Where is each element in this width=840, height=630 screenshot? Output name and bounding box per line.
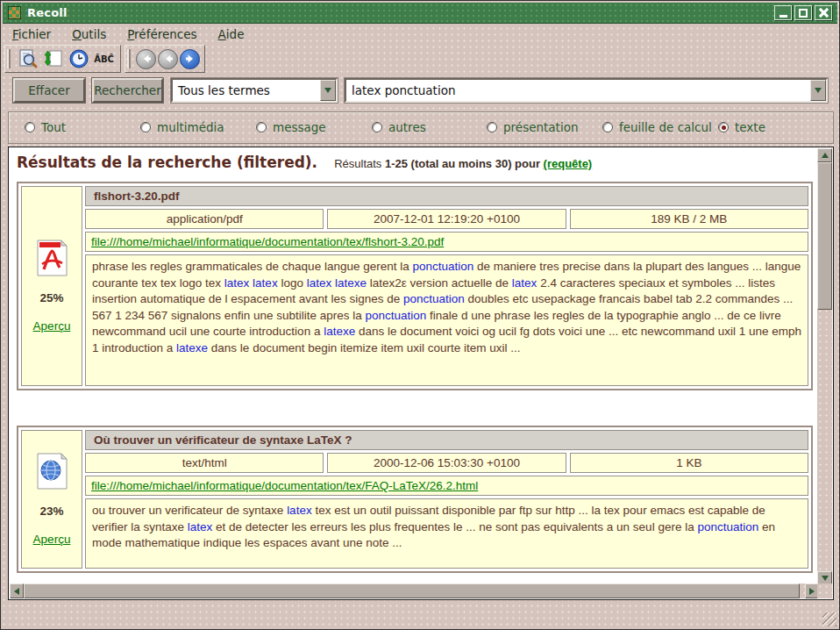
next-page-icon	[184, 53, 196, 65]
result-item: 23% Aperçu Où trouver un vérificateur de…	[17, 426, 813, 573]
close-icon	[819, 8, 829, 18]
snippet-text: logo	[278, 276, 307, 290]
combobox-dropdown-button[interactable]	[810, 80, 826, 101]
radio-icon	[140, 122, 151, 132]
vertical-scroll-thumb[interactable]	[817, 162, 832, 310]
search-mode-combobox[interactable]: Tous les termes	[171, 78, 338, 103]
result-meta-row: application/pdf 2007-12-01 12:19:20 +010…	[85, 209, 808, 229]
results-title: Résultats de la recherche (filtered).	[17, 154, 317, 171]
radio-icon	[718, 122, 729, 132]
result-details: flshort-3.20.pdf application/pdf 2007-12…	[85, 186, 808, 386]
search-button[interactable]: Rechercher	[92, 78, 163, 103]
query-link[interactable]: (requête)	[544, 157, 593, 170]
first-page-icon	[140, 53, 153, 65]
search-query-input[interactable]	[346, 80, 810, 101]
toolbar-drag-handle[interactable]	[127, 49, 131, 68]
term-explorer-button[interactable]: ÂBĈ	[92, 47, 116, 70]
document-preview-button[interactable]	[16, 47, 39, 70]
update-index-button[interactable]	[41, 47, 65, 70]
previous-page-button[interactable]	[158, 49, 178, 69]
menu-outils[interactable]: Outils	[72, 27, 106, 41]
results-area: Résultats de la recherche (filtered). Ré…	[8, 147, 834, 600]
menu-fichier[interactable]: Fichier	[12, 27, 51, 41]
highlighted-term: ponctuation	[365, 309, 426, 322]
next-page-button[interactable]	[180, 49, 200, 69]
highlighted-term: latex latex	[224, 276, 278, 290]
result-url-link[interactable]: file:///home/michael/informatique/docume…	[91, 235, 444, 248]
update-index-icon	[43, 48, 64, 69]
result-side-panel: 25% Aperçu	[21, 186, 82, 386]
filter-radio-tout[interactable]: Tout	[25, 120, 66, 134]
radio-icon	[256, 122, 267, 132]
menu-preferences[interactable]: Préférences	[127, 27, 196, 41]
result-snippet: phrase les regles grammaticales de chaqu…	[85, 254, 808, 386]
scroll-up-button[interactable]	[817, 148, 832, 162]
filter-radio-message[interactable]: message	[256, 120, 326, 134]
menu-aide[interactable]: Aide	[218, 27, 245, 41]
window-controls	[774, 5, 832, 20]
recoll-window: Recoll Fichier Outils Préférences Aide	[0, 0, 840, 630]
minimize-button[interactable]	[774, 5, 792, 20]
results-header: Résultats de la recherche (filtered). Ré…	[14, 154, 819, 171]
vertical-scrollbar[interactable]	[817, 148, 832, 585]
result-size: 1 KB	[570, 453, 808, 473]
pdf-document-icon	[35, 240, 68, 276]
maximize-button[interactable]	[794, 5, 812, 20]
titlebar[interactable]: Recoll	[3, 3, 837, 24]
previous-page-icon	[162, 53, 174, 65]
first-page-button[interactable]	[136, 49, 156, 69]
result-url-link[interactable]: file:///home/michael/informatique/docume…	[91, 479, 478, 492]
toolbar-drag-handle[interactable]	[7, 49, 11, 68]
arrow-down-icon	[822, 576, 829, 581]
query-combobox[interactable]	[345, 78, 828, 103]
filter-radio-presentation[interactable]: présentation	[487, 120, 578, 134]
filter-radio-texte[interactable]: texte	[718, 120, 765, 134]
chevron-down-icon	[815, 88, 822, 93]
result-details: Où trouver un vérificateur de syntaxe La…	[85, 430, 808, 569]
snippet-text: et de detecter les erreurs les plus freq…	[212, 520, 697, 533]
menubar: Fichier Outils Préférences Aide	[3, 25, 837, 44]
filter-radio-feuille-de-calcul[interactable]: feuille de calcul	[602, 120, 712, 134]
preview-link[interactable]: Aperçu	[33, 319, 71, 333]
scroll-left-button[interactable]	[10, 583, 24, 598]
horizontal-scrollbar[interactable]	[10, 583, 819, 598]
results-list: Résultats de la recherche (filtered). Ré…	[10, 148, 819, 585]
result-snippet: ou trouver un verificateur de syntaxe la…	[85, 498, 808, 569]
result-mime: text/html	[85, 453, 324, 473]
snippet-text: ou trouver un verificateur de syntaxe	[92, 504, 287, 517]
scroll-track[interactable]	[817, 310, 832, 571]
history-button[interactable]	[67, 47, 90, 70]
result-mime: application/pdf	[85, 209, 324, 229]
category-filter-panel: Tout multimédia message autres présentat…	[8, 111, 834, 144]
result-date: 2000-12-06 15:03:30 +0100	[327, 453, 566, 473]
preview-link[interactable]: Aperçu	[33, 533, 71, 546]
result-url-row: file:///home/michael/informatique/docume…	[85, 476, 808, 496]
chevron-down-icon	[324, 88, 331, 93]
result-url-row: file:///home/michael/informatique/docume…	[85, 232, 808, 252]
radio-icon	[602, 122, 613, 132]
filter-radio-multimedia[interactable]: multimédia	[140, 120, 224, 134]
horizontal-scroll-thumb[interactable]	[24, 583, 800, 598]
clear-button[interactable]: Effacer	[13, 78, 85, 103]
snippet-text: dans le document begin itemize item uxil…	[208, 341, 520, 354]
highlighted-term: ponctuation	[412, 260, 473, 273]
toolbar: ÂBĈ	[4, 45, 205, 73]
result-size: 189 KB / 2 MB	[570, 209, 808, 229]
resize-grip[interactable]	[822, 612, 836, 626]
radio-icon	[487, 122, 497, 132]
combobox-dropdown-button[interactable]	[320, 80, 336, 101]
highlighted-term: latex	[287, 504, 312, 517]
result-title: Où trouver un vérificateur de syntaxe La…	[85, 430, 808, 450]
filter-radio-autres[interactable]: autres	[372, 120, 426, 134]
html-document-icon	[35, 453, 68, 490]
arrow-up-icon	[822, 153, 829, 158]
document-preview-icon	[18, 48, 39, 69]
toolbar-group-actions: ÂBĈ	[4, 45, 121, 73]
close-button[interactable]	[815, 5, 832, 20]
result-title: flshort-3.20.pdf	[85, 186, 808, 206]
arrow-right-icon	[809, 588, 815, 595]
highlighted-term: latex	[512, 276, 537, 290]
toolbar-group-navigation	[125, 45, 205, 73]
result-date: 2007-12-01 12:19:20 +0100	[327, 209, 566, 229]
highlighted-term: latexe	[324, 325, 355, 338]
